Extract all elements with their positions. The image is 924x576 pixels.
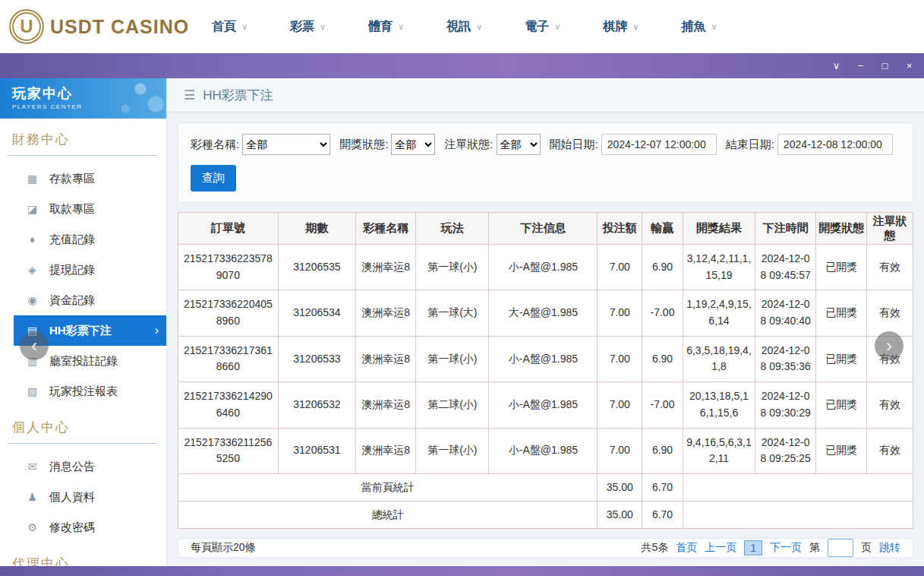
gear-icon: ⚙: [26, 521, 39, 533]
table-row: 2152173362235789070 31206535 澳洲幸运8 第一球(小…: [178, 245, 913, 290]
sidebar-item-funds-record[interactable]: ◉ 資金記錄: [0, 285, 166, 315]
draw-status-select[interactable]: 全部: [391, 134, 435, 155]
cell-order-status: 有效: [867, 382, 913, 428]
cell-result: 6,3,5,18,19,4,1,8: [683, 336, 755, 381]
cell-bet-time: 2024-12-08 09:40:40: [755, 290, 816, 336]
cell-bet-info: 小-A盤@1.985: [489, 245, 598, 290]
withdraw-record-icon: ◈: [26, 264, 39, 276]
brand-logo: U USDT CASINO: [9, 9, 195, 44]
start-date-input[interactable]: [601, 134, 717, 155]
filter-start-date: 開始日期:: [550, 134, 717, 155]
sidebar-item-change-password[interactable]: ⚙ 修改密碼: [0, 512, 166, 543]
jump-page-input[interactable]: [828, 539, 853, 557]
nav-item-cards[interactable]: 棋牌∨: [603, 19, 639, 35]
close-icon[interactable]: ×: [904, 61, 915, 71]
brand-logo-text: USDT CASINO: [50, 16, 189, 38]
filter-draw-status: 開獎狀態: 全部: [339, 134, 435, 155]
maximize-icon[interactable]: □: [879, 61, 891, 71]
sidebar-item-label: 玩家投注報表: [49, 385, 118, 399]
person-icon: ♟: [26, 491, 39, 503]
nav-label: 棋牌: [603, 19, 627, 35]
sidebar-item-label: 廳室投註記錄: [49, 354, 118, 369]
total-count-text: 共5条: [641, 541, 668, 555]
nav-item-fishing[interactable]: 捕魚∨: [681, 19, 717, 35]
sidebar-item-label: 資金記錄: [49, 293, 95, 308]
first-page-link[interactable]: 首页: [676, 541, 697, 555]
carousel-next-arrow[interactable]: ›: [875, 331, 904, 360]
cell-lottery: 澳洲幸运8: [356, 245, 416, 290]
cell-amount: 7.00: [598, 428, 642, 473]
cell-period: 31206532: [278, 382, 355, 428]
draw-status-label: 開獎狀態:: [339, 138, 388, 152]
recharge-record-icon: ♦: [26, 233, 39, 245]
sidebar-item-profile[interactable]: ♟ 個人資料: [0, 482, 166, 512]
sidebar-item-withdraw-record[interactable]: ◈ 提現記錄: [0, 255, 166, 285]
main-content: ☰ HH彩票下注 彩種名稱: 全部 開獎狀態: 全部 注: [167, 78, 924, 566]
minimize-icon[interactable]: −: [855, 61, 866, 71]
cell-result: 3,12,4,2,11,1,15,19: [683, 245, 755, 290]
sidebar-item-label: 個人資料: [49, 490, 95, 505]
cell-bet-time: 2024-12-08 09:25:25: [755, 428, 816, 473]
cell-lottery: 澳洲幸运8: [356, 382, 416, 428]
cell-play: 第一球(小): [416, 245, 489, 290]
pagination-controls: 共5条 首页 上一页 1 下一页 第 页 跳转: [641, 539, 900, 557]
end-date-input[interactable]: [777, 134, 893, 155]
order-status-select[interactable]: 全部: [497, 134, 541, 155]
carousel-prev-arrow[interactable]: ‹: [20, 331, 49, 360]
cell-period: 31206533: [278, 336, 355, 381]
current-page-indicator: 1: [744, 540, 762, 555]
nav-label: 首頁: [212, 19, 236, 35]
header-lottery-name: 彩種名稱: [356, 213, 416, 245]
order-status-label: 注單狀態:: [444, 138, 493, 152]
sidebar-item-withdraw[interactable]: ◪ 取款專區: [0, 194, 166, 224]
nav-item-video[interactable]: 視訊∨: [446, 19, 482, 35]
total-summary-row: 總統計 35.00 6.70: [178, 501, 913, 528]
nav-label: 捕魚: [681, 19, 705, 35]
chevron-down-icon: ∨: [554, 22, 560, 32]
app-body: 玩家中心 PLAYERS CENTER 財務中心 ▦ 存款專區 ◪ 取款專區 ♦…: [0, 78, 924, 566]
cell-bet-info: 小-A盤@1.985: [489, 382, 598, 428]
cell-amount: 7.00: [598, 336, 642, 381]
sidebar-heading-personal: 個人中心: [8, 407, 157, 444]
sidebar-item-recharge-record[interactable]: ♦ 充值記錄: [0, 224, 166, 255]
nav-item-sports[interactable]: 體育∨: [368, 19, 404, 35]
nav-label: 彩票: [290, 19, 314, 35]
cell-bet-info: 小-A盤@1.985: [489, 428, 598, 473]
chevron-down-icon: ∨: [711, 22, 717, 32]
nav-label: 體育: [368, 19, 393, 35]
search-button[interactable]: 查詢: [191, 165, 236, 191]
sidebar-item-label: 取款專區: [49, 202, 95, 217]
cell-period: 31206534: [278, 290, 355, 336]
cell-draw-status: 已開獎: [816, 336, 867, 381]
cell-win-loss: -7.00: [642, 290, 683, 336]
cell-win-loss: 6.90: [642, 245, 683, 290]
prev-page-link[interactable]: 上一页: [705, 541, 736, 555]
funds-record-icon: ◉: [26, 294, 39, 306]
pagination-bar: 每頁顯示20條 共5条 首页 上一页 1 下一页 第 页 跳转: [178, 538, 913, 558]
collapse-icon[interactable]: ∨: [831, 61, 842, 71]
sidebar-item-player-bet-report[interactable]: ▧ 玩家投注報表: [0, 376, 166, 407]
sidebar-header: 玩家中心 PLAYERS CENTER: [0, 78, 166, 119]
cell-play: 第一球(大): [416, 290, 489, 336]
chevron-down-icon: ∨: [398, 22, 404, 32]
table-row: 2152173362112565250 31206531 澳洲幸运8 第一球(小…: [178, 428, 913, 473]
nav-item-home[interactable]: 首頁∨: [212, 19, 248, 35]
sidebar-item-deposit[interactable]: ▦ 存款專區: [0, 163, 166, 194]
chevron-down-icon: ∨: [241, 22, 248, 32]
cell-order-no: 2152173362235789070: [178, 245, 279, 290]
nav-item-lottery[interactable]: 彩票∨: [290, 19, 326, 35]
cell-draw-status: 已開獎: [816, 290, 867, 336]
header-order-no: 訂單號: [178, 213, 279, 245]
filter-row: 彩種名稱: 全部 開獎狀態: 全部 注單狀態: 全部: [191, 134, 900, 155]
summary-win-loss: 6.70: [642, 501, 683, 528]
sidebar-item-announcements[interactable]: ✉ 消息公告: [0, 451, 166, 482]
lottery-name-select[interactable]: 全部: [242, 134, 330, 155]
hamburger-icon[interactable]: ☰: [184, 87, 195, 103]
nav-item-electronic[interactable]: 電子∨: [525, 19, 560, 35]
jump-button[interactable]: 跳转: [879, 541, 900, 555]
cell-bet-info: 大-A盤@1.985: [489, 290, 598, 336]
next-page-link[interactable]: 下一页: [770, 541, 802, 555]
cell-bet-time: 2024-12-08 09:30:29: [755, 382, 816, 428]
nav-label: 電子: [525, 19, 549, 35]
cell-draw-status: 已開獎: [816, 382, 867, 428]
